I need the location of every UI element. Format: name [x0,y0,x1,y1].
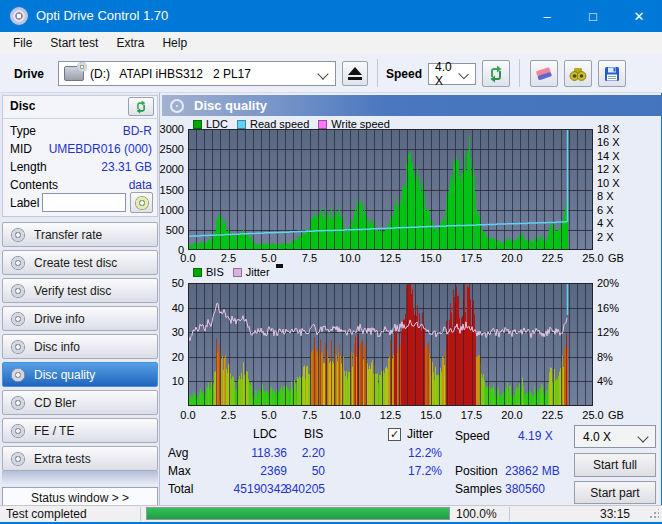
bottom-chart-x-tick: 2.5 [215,409,243,421]
bottom-chart-left-tick: 20 [150,351,184,363]
label-field-caption: Label [10,196,39,210]
sidebar-item-create-test-disc[interactable]: Create test disc [2,250,158,275]
elapsed-time: 33:15 [580,507,630,521]
legend-swatch [193,120,202,129]
top-chart-right-tick: 8 X [597,190,614,202]
bis-jitter-chart [188,283,593,406]
statusbar-separator [140,507,141,521]
refresh-icon [134,100,148,114]
quality-speed-select[interactable]: 4.0 X [574,425,656,448]
bottom-chart-left-tick: 40 [150,302,184,314]
stats-ldc-header: LDC [253,427,277,441]
sidebar-item-label: Transfer rate [34,228,102,242]
speed-label: Speed [386,67,422,81]
jitter-marker-icon [276,264,283,268]
top-chart-x-tick: 0.0 [174,252,202,264]
chevron-down-icon [317,68,328,79]
drive-label: Drive [14,67,44,81]
top-chart-right-tick: 16 X [597,136,620,148]
maximize-button[interactable]: □ [570,0,616,32]
window-title: Opti Drive Control 1.70 [36,8,168,23]
top-chart-left-tick: 2500 [150,143,184,155]
menu-item-start-test[interactable]: Start test [41,32,107,54]
disc-icon [11,340,25,354]
bottom-chart-right-tick: 12% [597,326,619,338]
sidebar-item-fe-te[interactable]: FE / TE [2,418,158,443]
close-button[interactable]: ✕ [616,0,662,32]
stats-row-label: Avg [168,446,188,460]
jitter-checkbox[interactable]: ✓ [388,428,401,441]
analyse-button[interactable] [564,60,592,87]
minimize-button[interactable]: – [524,0,570,32]
disc-refresh-button[interactable] [128,97,154,116]
progress-fill [147,508,449,519]
top-chart-x-tick: 25.0 [579,252,607,264]
disc-quality-icon [170,99,184,113]
panel-header: Disc quality [162,95,662,116]
sidebar-item-drive-info[interactable]: Drive info [2,306,158,331]
sidebar-item-label: Verify test disc [34,284,111,298]
sidebar-item-label: Disc info [34,340,80,354]
top-chart-right-tick: 10 X [597,177,620,189]
disc-row-value: BD-R [40,124,152,138]
sidebar-item-disc-quality[interactable]: Disc quality [2,362,158,387]
bottom-chart-right-tick: 20% [597,277,619,289]
refresh-icon [487,65,505,83]
label-input[interactable] [42,193,126,212]
top-chart-right-tick: 14 X [597,150,620,162]
panel-title: Disc quality [194,98,267,113]
bottom-chart-legend: BISJitter [193,266,279,278]
stats-bis-value: 2.20 [250,446,325,460]
stats-bis-value: 50 [250,464,325,478]
top-chart-x-tick: 22.5 [539,252,567,264]
top-chart-x-tick: 7.5 [296,252,324,264]
quality-speed-value: 4.0 X [583,430,611,444]
bottom-chart-x-tick: 15.0 [417,409,445,421]
bottom-chart-left-tick: 10 [150,375,184,387]
sidebar-item-label: FE / TE [34,424,74,438]
stats-position-label: Position [455,464,498,478]
sidebar-item-verify-test-disc[interactable]: Verify test disc [2,278,158,303]
legend-label: Jitter [246,266,270,278]
top-chart-x-tick: 20.0 [498,252,526,264]
bottom-chart-right-tick: 8% [597,351,613,363]
stats-jitter-header: Jitter [407,427,433,441]
refresh-button[interactable] [482,60,510,87]
disc-icon [11,424,25,438]
top-chart-right-tick: 12 X [597,163,620,175]
disc-icon [11,368,25,382]
sidebar-item-extra-tests[interactable]: Extra tests [2,446,158,471]
resize-grip[interactable] [649,509,659,519]
sidebar-item-label: CD Bler [34,396,76,410]
top-chart-x-tick: 5.0 [255,252,283,264]
start-part-button[interactable]: Start part [574,481,656,504]
sidebar-gradient-strip [2,471,158,485]
disc-row-value: 23.31 GB [40,160,152,174]
sidebar-item-disc-info[interactable]: Disc info [2,334,158,359]
drive-icon [64,66,84,81]
top-chart-x-tick: 15.0 [417,252,445,264]
eject-button[interactable] [342,61,368,86]
sidebar-item-transfer-rate[interactable]: Transfer rate [2,222,158,247]
top-chart-x-tick: 12.5 [377,252,405,264]
erase-disc-button[interactable] [530,60,558,87]
eject-icon [348,67,362,75]
menu-item-help[interactable]: Help [153,32,196,54]
disc-row-label: MID [10,142,32,156]
disc-icon [11,452,25,466]
legend-swatch [318,120,327,129]
top-chart-right-tick: 18 X [597,123,620,135]
status-text: Test completed [6,507,87,521]
sidebar-item-cd-bler[interactable]: CD Bler [2,390,158,415]
menu-item-file[interactable]: File [4,32,41,54]
app-window: Opti Drive Control 1.70 – □ ✕ FileStart … [0,0,662,524]
save-button[interactable] [598,60,626,87]
bottom-chart-x-tick: 0.0 [174,409,202,421]
drive-select[interactable]: (D:) ATAPI iHBS312 2 PL17 [58,61,336,86]
speed-select[interactable]: 4.0 X [428,63,476,85]
save-icon [603,65,621,83]
menu-item-extra[interactable]: Extra [107,32,153,54]
disc-icon [11,256,25,270]
binoculars-icon [568,65,588,83]
start-full-button[interactable]: Start full [574,453,656,477]
